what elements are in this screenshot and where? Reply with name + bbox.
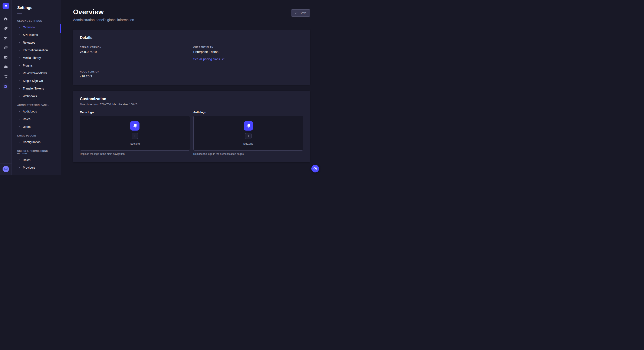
save-button[interactable]: Save xyxy=(291,9,310,16)
save-button-label: Save xyxy=(300,11,306,15)
details-card: Details STRAPI VERSION v5.0.0-rc.19 CURR… xyxy=(73,29,310,85)
section-label: EMAIL PLUGIN xyxy=(12,134,61,137)
bullet-icon xyxy=(20,73,20,74)
strapi-version-label: STRAPI VERSION xyxy=(80,46,190,48)
main-nav-rail: KD xyxy=(0,0,12,175)
home-icon[interactable] xyxy=(3,16,8,22)
current-plan-label: CURRENT PLAN xyxy=(193,46,304,48)
strapi-logo-glyph xyxy=(132,123,138,129)
bullet-icon xyxy=(20,160,20,160)
section-users-permissions-plugin: USERS & PERMISSIONS PLUGIN Roles Provide… xyxy=(12,150,61,172)
menu-logo-add-button[interactable] xyxy=(132,133,138,139)
subnav-item-internationalization[interactable]: Internationalization xyxy=(12,46,61,54)
bullet-icon xyxy=(20,65,20,66)
subnav-item-overview[interactable]: Overview xyxy=(12,23,61,31)
subnav-item-label: Webhooks xyxy=(23,94,37,98)
node-version-field: NODE VERSION v18.20.3 xyxy=(80,70,190,78)
subnav-item-audit-logs[interactable]: Audit Logs xyxy=(12,108,61,115)
subnav-item-label: Single Sign-On xyxy=(23,79,43,82)
subnav-item-up-providers[interactable]: Providers xyxy=(12,164,61,172)
auth-logo-hint: Replace the logo in the authentication p… xyxy=(193,153,304,156)
settings-gear-icon[interactable] xyxy=(2,83,9,90)
customization-card: Customization Max dimension: 750×750, Ma… xyxy=(73,91,310,162)
customization-card-title: Customization xyxy=(80,97,303,101)
subnav-item-label: Providers xyxy=(23,166,35,169)
settings-subnav: Settings GLOBAL SETTINGS Overview API To… xyxy=(12,0,61,175)
subnav-item-label: Media Library xyxy=(23,56,41,59)
subnav-item-releases[interactable]: Releases xyxy=(12,39,61,46)
bullet-icon xyxy=(20,111,20,112)
bullet-icon xyxy=(20,80,20,81)
subnav-item-review-workflows[interactable]: Review Workflows xyxy=(12,69,61,77)
current-plan-field: CURRENT PLAN Enterprise Edition See all … xyxy=(193,46,304,61)
auth-logo-add-button[interactable] xyxy=(245,133,252,139)
subnav-item-label: Configuration xyxy=(23,140,40,144)
bullet-icon xyxy=(20,27,20,28)
strapi-version-value: v5.0.0-rc.19 xyxy=(80,50,190,54)
subnav-item-label: Audit Logs xyxy=(23,110,37,113)
node-version-value: v18.20.3 xyxy=(80,74,190,78)
bullet-icon xyxy=(20,167,20,168)
menu-logo-preview xyxy=(130,121,140,131)
content-type-builder-layout-icon[interactable] xyxy=(3,54,8,60)
bullet-icon xyxy=(20,42,20,43)
subnav-item-media-library[interactable]: Media Library xyxy=(12,54,61,62)
subnav-item-plugins[interactable]: Plugins xyxy=(12,62,61,69)
subnav-item-label: Roles xyxy=(23,158,30,162)
section-global-settings: GLOBAL SETTINGS Overview API Tokens Rele… xyxy=(12,19,61,100)
subnav-item-label: Overview xyxy=(23,25,35,29)
user-avatar[interactable]: KD xyxy=(2,166,9,172)
auth-logo-upload-box[interactable]: logo.png xyxy=(193,116,304,151)
subnav-item-label: Transfer Tokens xyxy=(23,87,44,90)
auth-logo-filename: logo.png xyxy=(244,142,253,145)
section-label: ADMINISTRATION PANEL xyxy=(12,104,61,106)
external-link-icon xyxy=(222,58,225,61)
current-plan-value: Enterprise Edition xyxy=(193,50,304,54)
rail-divider xyxy=(0,12,12,12)
menu-logo-field: Menu logo xyxy=(80,111,190,156)
bullet-icon xyxy=(20,34,20,35)
menu-logo-label: Menu logo xyxy=(80,111,190,114)
page-subtitle: Administration panel's global informatio… xyxy=(73,18,134,22)
details-card-title: Details xyxy=(80,35,303,40)
subnav-item-api-tokens[interactable]: API Tokens xyxy=(12,31,61,39)
menu-logo-hint: Replace the logo in the main navigation xyxy=(80,153,190,156)
section-administration-panel: ADMINISTRATION PANEL Audit Logs Roles Us… xyxy=(12,104,61,131)
plus-icon xyxy=(133,134,136,138)
subnav-title: Settings xyxy=(12,5,61,10)
bullet-icon xyxy=(20,88,20,89)
subnav-item-admin-users[interactable]: Users xyxy=(12,123,61,131)
main-content: Overview Administration panel's global i… xyxy=(61,0,322,175)
subnav-item-label: Roles xyxy=(23,117,30,121)
subnav-item-transfer-tokens[interactable]: Transfer Tokens xyxy=(12,85,61,92)
subnav-item-email-configuration[interactable]: Configuration xyxy=(12,138,61,146)
bullet-icon xyxy=(20,126,20,127)
subnav-scrollbar-thumb[interactable] xyxy=(60,24,61,33)
help-button[interactable] xyxy=(311,165,319,173)
subnav-item-single-sign-on[interactable]: Single Sign-On xyxy=(12,77,61,85)
marketplace-cart-icon[interactable] xyxy=(3,74,8,79)
subnav-item-label: Plugins xyxy=(23,64,32,67)
auth-logo-preview xyxy=(244,121,253,131)
rail-bottom-section: KD xyxy=(0,163,12,175)
content-manager-feather-icon[interactable] xyxy=(3,26,8,31)
bullet-icon xyxy=(20,96,20,97)
deploy-cloud-icon[interactable] xyxy=(3,64,8,70)
bullet-icon xyxy=(20,142,20,143)
strapi-logo-glyph xyxy=(4,4,8,8)
subnav-item-up-roles[interactable]: Roles xyxy=(12,156,61,164)
subnav-item-label: Internationalization xyxy=(23,48,48,52)
strapi-logo[interactable] xyxy=(2,3,9,9)
pricing-plans-link[interactable]: See all pricing plans xyxy=(193,57,225,61)
check-icon xyxy=(295,11,298,14)
subnav-item-admin-roles[interactable]: Roles xyxy=(12,115,61,123)
menu-logo-upload-box[interactable]: logo.png xyxy=(80,116,190,151)
subnav-item-label: Review Workflows xyxy=(23,71,47,75)
auth-logo-label: Auth logo xyxy=(193,111,304,114)
plus-icon xyxy=(246,134,250,138)
section-label: GLOBAL SETTINGS xyxy=(12,19,61,22)
subnav-item-webhooks[interactable]: Webhooks xyxy=(12,92,61,100)
section-email-plugin: EMAIL PLUGIN Configuration xyxy=(12,134,61,146)
releases-paper-plane-icon[interactable] xyxy=(3,35,8,41)
media-library-images-icon[interactable] xyxy=(3,45,8,50)
